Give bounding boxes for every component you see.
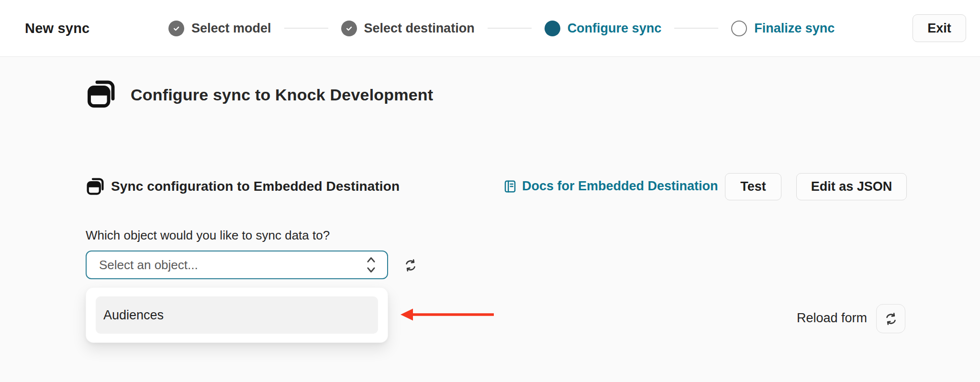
sync-windows-icon <box>86 78 117 109</box>
object-select[interactable]: Select an object... <box>86 251 388 279</box>
wizard-header: New sync Select model Select destination… <box>0 0 980 57</box>
book-icon <box>503 179 517 194</box>
step-label: Select destination <box>364 21 475 36</box>
page-title: New sync <box>25 21 89 36</box>
docs-link-label: Docs for Embedded Destination <box>522 179 718 194</box>
step-label: Finalize sync <box>754 21 835 36</box>
reload-form-label: Reload form <box>797 311 869 326</box>
dropdown-option-audiences[interactable]: Audiences <box>96 296 378 334</box>
filled-circle-icon <box>545 21 560 36</box>
exit-button[interactable]: Exit <box>913 14 966 42</box>
step-connector <box>674 28 718 29</box>
step-configure-sync[interactable]: Configure sync <box>545 21 662 36</box>
refresh-objects-button[interactable] <box>403 258 418 273</box>
check-circle-icon <box>168 21 184 36</box>
object-dropdown-menu: Audiences <box>86 287 388 343</box>
arrows-clockwise-icon <box>884 312 898 326</box>
edit-as-json-button[interactable]: Edit as JSON <box>796 173 907 200</box>
step-finalize-sync[interactable]: Finalize sync <box>731 21 835 36</box>
step-connector <box>488 28 532 29</box>
outline-circle-icon <box>731 21 747 36</box>
object-select-placeholder: Select an object... <box>87 258 365 273</box>
test-button[interactable]: Test <box>725 173 781 200</box>
sync-windows-icon <box>86 176 105 196</box>
step-label: Select model <box>191 21 271 36</box>
check-circle-icon <box>341 21 357 36</box>
red-arrow-left-icon <box>400 307 496 322</box>
object-question-label: Which object would you like to sync data… <box>86 228 330 243</box>
arrows-clockwise-icon <box>403 258 418 273</box>
configure-sync-heading: Configure sync to Knock Development <box>131 86 433 104</box>
step-select-destination[interactable]: Select destination <box>341 21 475 36</box>
step-label: Configure sync <box>568 21 662 36</box>
step-connector <box>284 28 328 29</box>
reload-form-button[interactable] <box>876 304 905 333</box>
step-select-model[interactable]: Select model <box>168 21 271 36</box>
docs-link[interactable]: Docs for Embedded Destination <box>503 179 718 194</box>
section-title: Sync configuration to Embedded Destinati… <box>111 179 400 194</box>
wizard-stepper: Select model Select destination Configur… <box>168 0 835 56</box>
chevron-up-down-icon <box>365 255 378 274</box>
